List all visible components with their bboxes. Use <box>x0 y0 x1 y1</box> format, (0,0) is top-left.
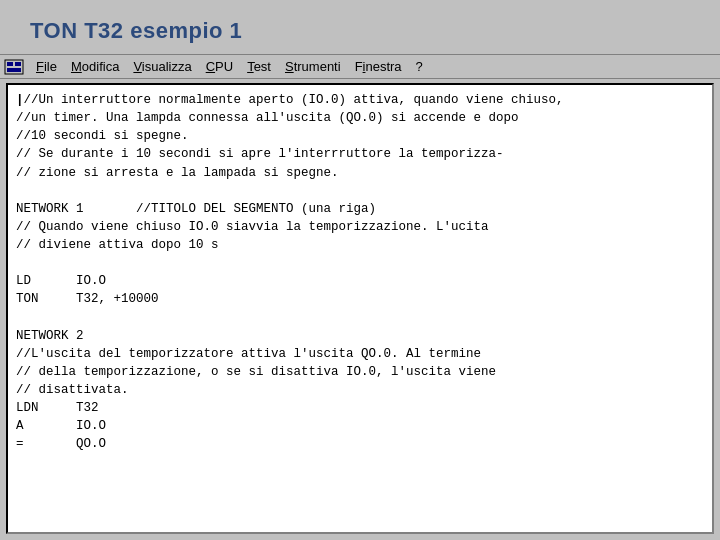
menu-cpu[interactable]: CPU <box>200 57 239 76</box>
menu-icon <box>4 58 24 76</box>
code-editor[interactable]: |//Un interruttore normalmente aperto (I… <box>6 83 714 534</box>
page-title: TON T32 esempio 1 <box>30 18 242 43</box>
menu-help[interactable]: ? <box>410 57 429 76</box>
menu-visualizza[interactable]: Visualizza <box>127 57 197 76</box>
svg-rect-1 <box>7 62 13 66</box>
main-window: TON T32 esempio 1 File Modifica Visualiz… <box>0 0 720 540</box>
menu-test[interactable]: Test <box>241 57 277 76</box>
svg-rect-3 <box>7 68 21 72</box>
menu-strumenti[interactable]: Strumenti <box>279 57 347 76</box>
menu-bar: File Modifica Visualizza CPU Test Strume… <box>0 54 720 79</box>
menu-modifica[interactable]: Modifica <box>65 57 125 76</box>
menu-finestra[interactable]: Finestra <box>349 57 408 76</box>
svg-rect-2 <box>15 62 21 66</box>
title-bar: TON T32 esempio 1 <box>0 0 720 54</box>
menu-file[interactable]: File <box>30 57 63 76</box>
code-content: |//Un interruttore normalmente aperto (I… <box>8 85 712 532</box>
